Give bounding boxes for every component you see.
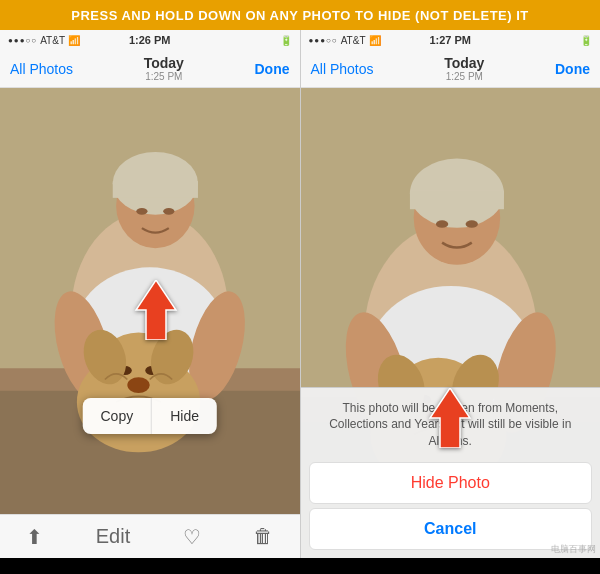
- time-display: 1:26 PM: [129, 34, 171, 46]
- svg-marker-39: [430, 388, 470, 448]
- right-status-bar: ●●●○○ AT&T 📶 1:27 PM 🔋: [301, 30, 601, 50]
- watermark: 电脑百事网: [551, 543, 596, 556]
- left-nav-bar: All Photos Today 1:25 PM Done: [0, 50, 300, 88]
- battery-icon: 🔋: [280, 35, 292, 46]
- edit-label[interactable]: Edit: [96, 525, 130, 548]
- right-phone-panel: ●●●○○ AT&T 📶 1:27 PM 🔋 All Photos Today …: [301, 30, 601, 558]
- done-button[interactable]: Done: [255, 61, 290, 77]
- wifi-icon: 📶: [68, 35, 80, 46]
- svg-point-27: [435, 220, 447, 227]
- svg-marker-19: [136, 280, 176, 340]
- right-nav-subtitle: 1:25 PM: [444, 71, 484, 82]
- phones-container: ●●●○○ AT&T 📶 1:26 PM 🔋 All Photos Today …: [0, 30, 600, 558]
- right-carrier: AT&T: [341, 35, 366, 46]
- right-status-left: ●●●○○ AT&T 📶: [309, 35, 381, 46]
- arrow-indicator-left: [131, 280, 181, 340]
- right-wifi-icon: 📶: [369, 35, 381, 46]
- all-photos-link[interactable]: All Photos: [10, 61, 73, 77]
- copy-menu-item[interactable]: Copy: [83, 398, 153, 434]
- right-battery-icon: 🔋: [580, 35, 592, 46]
- right-nav-center: Today 1:25 PM: [444, 55, 484, 82]
- right-all-photos-link[interactable]: All Photos: [311, 61, 374, 77]
- svg-point-7: [136, 208, 147, 215]
- trash-icon[interactable]: 🗑: [253, 525, 273, 548]
- right-time-display: 1:27 PM: [429, 34, 471, 46]
- banner-text: PRESS AND HOLD DOWN ON ANY PHOTO TO HIDE…: [71, 8, 529, 23]
- nav-center: Today 1:25 PM: [144, 55, 184, 82]
- arrow-indicator-right: [425, 388, 475, 448]
- svg-point-16: [127, 377, 149, 393]
- svg-rect-6: [113, 181, 198, 198]
- hide-photo-button[interactable]: Hide Photo: [309, 462, 593, 504]
- heart-icon[interactable]: ♡: [183, 525, 201, 549]
- share-icon[interactable]: ⬆: [26, 525, 43, 549]
- svg-point-8: [163, 208, 174, 215]
- right-signal-dots: ●●●○○: [309, 36, 338, 45]
- left-phone-panel: ●●●○○ AT&T 📶 1:26 PM 🔋 All Photos Today …: [0, 30, 301, 558]
- right-photo-area: This photo will be hidden from Moments, …: [301, 88, 601, 558]
- nav-subtitle: 1:25 PM: [144, 71, 184, 82]
- right-done-button[interactable]: Done: [555, 61, 590, 77]
- svg-point-28: [465, 220, 477, 227]
- carrier: AT&T: [40, 35, 65, 46]
- context-menu: Copy Hide: [83, 398, 217, 434]
- nav-title: Today: [144, 55, 184, 71]
- signal-dots: ●●●○○: [8, 36, 37, 45]
- instruction-banner: PRESS AND HOLD DOWN ON ANY PHOTO TO HIDE…: [0, 0, 600, 30]
- left-photo-area: Copy Hide: [0, 88, 300, 514]
- right-status-right: 🔋: [580, 35, 592, 46]
- right-nav-bar: All Photos Today 1:25 PM Done: [301, 50, 601, 88]
- hide-menu-item[interactable]: Hide: [152, 398, 217, 434]
- left-bottom-toolbar: ⬆ Edit ♡ 🗑: [0, 514, 300, 558]
- svg-rect-26: [409, 191, 503, 210]
- right-nav-title: Today: [444, 55, 484, 71]
- left-status-left: ●●●○○ AT&T 📶: [8, 35, 80, 46]
- left-status-bar: ●●●○○ AT&T 📶 1:26 PM 🔋: [0, 30, 300, 50]
- left-status-right: 🔋: [280, 35, 292, 46]
- cancel-button[interactable]: Cancel: [309, 508, 593, 550]
